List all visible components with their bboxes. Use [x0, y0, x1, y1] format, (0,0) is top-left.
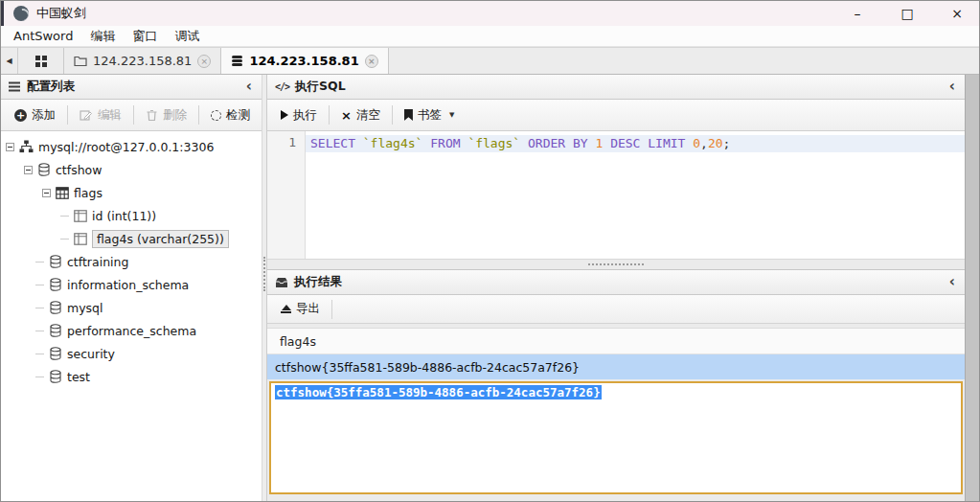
clear-label: 清空	[356, 107, 380, 124]
tree-label: security	[67, 347, 115, 361]
collapse-sql-panel-icon[interactable]: ‹	[947, 80, 957, 94]
editor-code-area[interactable]: SELECT `flag4s` FROM `flags` ORDER BY 1 …	[306, 131, 965, 259]
database-icon	[49, 255, 62, 268]
tab-close-icon[interactable]: ×	[365, 55, 378, 68]
tree-connector	[35, 285, 44, 285]
panel-title: 执行SQL	[295, 79, 346, 95]
tab-shell-database[interactable]: 124.223.158.81 ×	[221, 48, 388, 74]
tree-label: id (int(11))	[92, 209, 156, 223]
horizontal-splitter[interactable]	[267, 259, 965, 270]
tab-close-icon[interactable]: ×	[197, 55, 211, 68]
sql-query-line: SELECT `flag4s` FROM `flags` ORDER BY 1 …	[306, 135, 965, 152]
antsword-window: 中国蚁剑 – □ × AntSword 编辑 窗口 调试 ◀ 124.223.1…	[0, 0, 980, 502]
run-sql-button[interactable]: 执行	[269, 100, 329, 130]
tree-item-table-flags[interactable]: flags	[1, 181, 262, 204]
dashed-circle-icon	[211, 110, 221, 121]
collapse-left-panel-icon[interactable]: ‹	[244, 80, 254, 94]
right-scrollbar-strip[interactable]	[965, 75, 979, 501]
collapse-node-icon[interactable]	[42, 189, 51, 197]
column-icon	[74, 210, 87, 222]
edit-label: 编辑	[98, 107, 122, 124]
sql-panel-header: </> 执行SQL ‹	[267, 75, 965, 100]
database-icon	[49, 324, 62, 337]
bookmark-button[interactable]: 书签 ▼	[393, 100, 466, 130]
panel-bottom-filler	[267, 494, 965, 501]
app-logo-icon	[13, 6, 29, 21]
tree-item-column-id[interactable]: id (int(11))	[1, 204, 262, 227]
window-controls: – □ ×	[847, 6, 979, 21]
menu-antsword[interactable]: AntSword	[5, 26, 81, 46]
export-upload-icon	[281, 305, 291, 313]
result-detail-textarea[interactable]: ctfshow{35ffa581-589b-4886-acfb-24cac57a…	[269, 381, 963, 494]
collapse-node-icon[interactable]	[6, 143, 14, 151]
chevron-down-icon: ▼	[449, 111, 454, 119]
tree-item-db-security[interactable]: security	[1, 342, 262, 365]
tree-label-selected: flag4s (varchar(255))	[92, 230, 229, 248]
tree-label: flags	[74, 186, 103, 200]
database-icon	[231, 55, 243, 67]
tree-item-db-ctftraining[interactable]: ctftraining	[1, 250, 262, 273]
tab-label: 124.223.158.81	[249, 54, 358, 68]
sql-toolbar: 执行 × 清空 书签 ▼	[267, 100, 965, 131]
collapse-result-panel-icon[interactable]: ‹	[947, 275, 957, 289]
column-icon	[74, 233, 87, 245]
edit-button[interactable]: 编辑	[68, 100, 133, 130]
menu-window[interactable]: 窗口	[124, 26, 166, 46]
minimize-button[interactable]: –	[847, 6, 868, 21]
add-button[interactable]: + 添加	[3, 100, 67, 130]
database-tree: mysql://root@127.0.0.1:3306 ctfshow	[1, 131, 262, 501]
add-label: 添加	[32, 107, 56, 124]
tree-label: mysql://root@127.0.0.1:3306	[38, 140, 214, 154]
vertical-splitter[interactable]	[262, 75, 267, 501]
tree-label: test	[67, 370, 90, 384]
delete-button[interactable]: 删除	[134, 100, 198, 130]
tree-label: ctfshow	[56, 163, 102, 177]
tree-label: performance_schema	[67, 324, 196, 338]
tab-home[interactable]	[18, 48, 64, 74]
tree-item-db-performance-schema[interactable]: performance_schema	[1, 319, 262, 342]
database-icon	[37, 163, 51, 176]
database-icon	[49, 301, 62, 314]
menu-debug[interactable]: 调试	[166, 26, 208, 46]
test-connection-button[interactable]: 检测	[199, 100, 262, 130]
export-button[interactable]: 导出	[269, 295, 331, 323]
tab-label: 124.223.158.81	[93, 54, 192, 68]
maximize-button[interactable]: □	[897, 6, 918, 21]
tree-item-db-mysql[interactable]: mysql	[1, 296, 262, 319]
result-panel-header: 执行结果 ‹	[267, 270, 965, 295]
tree-item-connection[interactable]: mysql://root@127.0.0.1:3306	[1, 135, 262, 158]
tab-scroll-left-icon[interactable]: ◀	[1, 48, 18, 74]
collapse-node-icon[interactable]	[24, 166, 33, 174]
tab-shell-files[interactable]: 124.223.158.81 ×	[64, 48, 221, 74]
toolbar-separator	[331, 300, 332, 319]
tab-bar: ◀ 124.223.158.81 × 124.223.158.81 ×	[1, 47, 979, 75]
panel-title: 配置列表	[27, 79, 75, 95]
tree-item-column-flag4s[interactable]: flag4s (varchar(255))	[1, 227, 262, 250]
tree-connector	[60, 239, 69, 240]
tree-item-db-information-schema[interactable]: information_schema	[1, 273, 262, 296]
menu-edit[interactable]: 编辑	[81, 26, 124, 46]
test-label: 检测	[226, 107, 250, 124]
export-label: 导出	[296, 301, 320, 317]
editor-gutter: 1	[267, 131, 306, 259]
database-icon	[49, 370, 62, 383]
title-bar: 中国蚁剑 – □ ×	[1, 1, 979, 26]
tree-connector	[35, 331, 44, 331]
result-toolbar: 导出	[267, 295, 965, 324]
menu-bar: AntSword 编辑 窗口 调试	[1, 26, 979, 47]
clear-sql-button[interactable]: × 清空	[330, 100, 392, 130]
code-icon: </>	[275, 81, 289, 92]
result-row-selected[interactable]: ctfshow{35ffa581-589b-4886-acfb-24cac57a…	[267, 354, 965, 379]
play-icon	[281, 110, 288, 120]
tree-label: ctftraining	[67, 255, 128, 269]
tree-connector	[60, 216, 69, 217]
tree-connector	[35, 354, 44, 354]
tree-item-db-ctfshow[interactable]: ctfshow	[1, 158, 262, 181]
tree-label: mysql	[67, 301, 103, 315]
close-button[interactable]: ×	[946, 6, 968, 21]
splitter-grip	[588, 263, 644, 265]
grid-icon	[35, 56, 47, 67]
delete-label: 删除	[163, 107, 187, 124]
sql-editor[interactable]: 1 SELECT `flag4s` FROM `flags` ORDER BY …	[267, 131, 965, 259]
tree-item-db-test[interactable]: test	[1, 365, 262, 388]
